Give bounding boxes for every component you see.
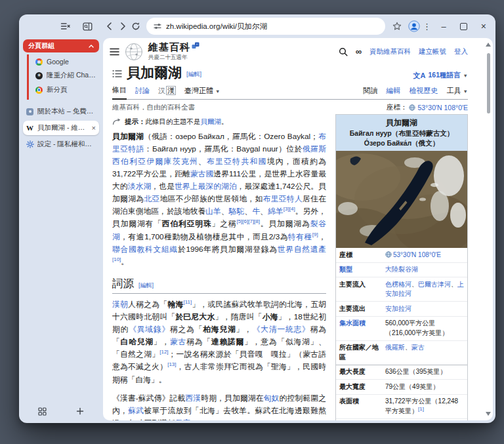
wiki-link[interactable]: 《大清一統志》 [253, 325, 310, 334]
coordinates[interactable]: 座標： 53°30′N 108°0′E [387, 103, 468, 112]
reference-link[interactable]: [5][6][7][8] [236, 218, 260, 224]
bookmark-star-icon[interactable] [390, 20, 404, 33]
wiki-link[interactable]: 北亞 [144, 194, 159, 203]
wiki-link[interactable]: 漢朝 [112, 300, 128, 309]
wiki-link[interactable]: 蒙古國 [190, 169, 213, 178]
back-button[interactable] [103, 20, 116, 33]
reference-link[interactable]: [12] [159, 349, 168, 355]
create-account-link[interactable]: 建立帳號 [419, 47, 446, 56]
reference-link[interactable]: [11] [183, 299, 192, 305]
wiki-link[interactable]: 布里亞特人 [263, 194, 303, 203]
gear-icon [26, 140, 33, 148]
scroll-up-arrow[interactable] [486, 43, 491, 47]
wiki-link[interactable]: 巴爾古津河 [418, 281, 451, 288]
satellite-image[interactable] [336, 151, 467, 248]
globe-icon [385, 251, 392, 258]
sidebar-tab-google[interactable]: Google [32, 55, 99, 68]
wiki-link[interactable]: 俄羅斯 [385, 344, 405, 351]
tab-talk[interactable]: 討論 [135, 86, 150, 99]
page-scrollbar[interactable] [485, 39, 492, 420]
tab-article[interactable]: 條目 [112, 85, 127, 100]
close-tab-icon[interactable]: × [92, 125, 96, 132]
url-text[interactable]: zh.wikipedia.org/wiki/贝加尔湖 [166, 22, 267, 31]
wiki-link[interactable]: 類型 [339, 266, 352, 273]
tab-tools[interactable]: 工具 ▼ [447, 86, 469, 99]
tab-group-body: Google ∗ 隆重介紹 ChatGPT | OpenAI 新分頁 [27, 54, 99, 100]
site-tagline: 共慶二十五週年 [148, 54, 200, 62]
wiki-logo-text[interactable]: 維基百科 共慶二十五週年 [148, 42, 200, 62]
language-selector[interactable]: 文A 161種語言 ▼ [413, 71, 468, 81]
wiki-link[interactable]: 西漢 [185, 394, 201, 403]
reference-link[interactable]: [1] [418, 406, 424, 412]
reference-link[interactable]: [13] [167, 361, 176, 367]
infinity-icon[interactable]: ∞ [356, 47, 362, 56]
wiki-link[interactable]: 駱駝 [229, 207, 245, 216]
sidebar-tab-baikal-active[interactable]: W 貝加爾湖 - 維基百科，自由 × [23, 121, 99, 135]
wikipedia-globe-logo[interactable] [125, 43, 143, 61]
wiki-link[interactable]: 牛 [252, 207, 260, 216]
anniversary-puzzle-icon [192, 42, 200, 50]
variant-select[interactable]: 臺灣正體 ▼ [184, 86, 220, 99]
new-tab-button[interactable] [69, 405, 91, 418]
search-icon[interactable] [339, 47, 348, 56]
wiki-link[interactable]: 綿羊 [268, 207, 284, 216]
hamburger-menu-icon[interactable] [110, 48, 119, 56]
sidebar-tab-about[interactable]: 關於本站 – 免費資源網路社群 [23, 104, 99, 119]
wiki-link[interactable]: 蒙古 [170, 337, 186, 346]
maximize-button[interactable] [460, 23, 467, 30]
close-window-button[interactable]: × [481, 21, 486, 31]
wiki-link[interactable]: 世界上最深的湖泊 [175, 182, 237, 191]
site-info-icon[interactable] [154, 22, 161, 30]
wiki-link[interactable]: 53°30′N 108°0′E [393, 251, 441, 258]
section-edit-link[interactable]: [編輯] [138, 281, 154, 290]
profile-avatar[interactable] [408, 20, 421, 33]
login-link[interactable]: 登入 [454, 47, 468, 56]
reference-link[interactable]: [3][4] [284, 206, 295, 212]
title-edit-link[interactable]: [編輯] [186, 70, 201, 81]
tab-read[interactable]: 閱讀 [364, 86, 378, 99]
wiki-link[interactable]: 大陸裂谷湖 [385, 266, 418, 273]
wiki-link[interactable]: 山羊 [205, 207, 221, 216]
toc-icon[interactable] [112, 70, 122, 81]
wiki-link[interactable]: 長安 [175, 418, 191, 420]
wiki-link[interactable]: 安加拉河 [385, 305, 411, 312]
sidebar-tab-openai[interactable]: ∗ 隆重介紹 ChatGPT | OpenAI [32, 68, 99, 83]
wikipedia-favicon: W [26, 124, 33, 132]
donate-link[interactable]: 資助維基百科 [369, 47, 411, 56]
tab-groups-icon[interactable] [31, 405, 53, 418]
wiki-link[interactable]: 色楞格河 [385, 281, 411, 288]
wiki-link[interactable]: 蒙古 [411, 344, 425, 351]
scroll-down-arrow[interactable] [486, 412, 491, 416]
infobox-row: 主要流出安加拉河 [336, 302, 467, 317]
variant-switcher[interactable]: 汉漢 [158, 86, 176, 99]
reference-link[interactable]: [9] [312, 232, 318, 237]
wiki-link[interactable]: 匈奴 [264, 394, 280, 403]
tab-group-header[interactable]: 分頁群組 [23, 39, 99, 52]
wiki-link[interactable]: 淡水湖 [128, 182, 152, 191]
site-favicon [26, 108, 33, 115]
tab-edit[interactable]: 編輯 [387, 86, 401, 99]
wiki-link[interactable]: 聯合國教科文組織 [112, 245, 178, 254]
browser-menu-icon[interactable]: ⋮ [421, 20, 434, 33]
wiki-link[interactable]: 世界自然遺產 [278, 245, 326, 254]
wiki-link[interactable]: 布里亞特共和國 [207, 157, 267, 166]
tab-history[interactable]: 檢視歷史 [410, 86, 438, 99]
wiki-link[interactable]: 《異域錄》 [129, 325, 170, 334]
sidebar-tab-newtab[interactable]: 新分頁 [32, 83, 99, 97]
sidebar-tab-settings[interactable]: 設定 - 隱私權和安全性 [23, 137, 99, 151]
minimize-button[interactable]: – [442, 22, 446, 31]
wiki-link[interactable]: 蘇武 [128, 406, 144, 415]
wiki-link[interactable]: 特有種 [288, 232, 312, 241]
reload-button[interactable] [129, 20, 142, 33]
vertical-tabs-icon[interactable] [58, 20, 72, 33]
scrollbar-thumb[interactable] [487, 53, 490, 113]
wiki-link[interactable]: 集水面積 [339, 319, 366, 327]
sidebar-footer [23, 401, 99, 418]
reference-link[interactable]: [10] [112, 256, 121, 262]
site-title: 維基百科 [148, 42, 190, 53]
infobox-row: 座標53°30′N 108°0′E [336, 248, 467, 262]
side-panel-search-icon[interactable] [81, 20, 94, 33]
url-bar[interactable]: zh.wikipedia.org/wiki/贝加尔湖 [146, 18, 385, 35]
wiki-link[interactable]: 貝爾湖 [201, 117, 222, 125]
forward-button[interactable] [116, 20, 129, 33]
